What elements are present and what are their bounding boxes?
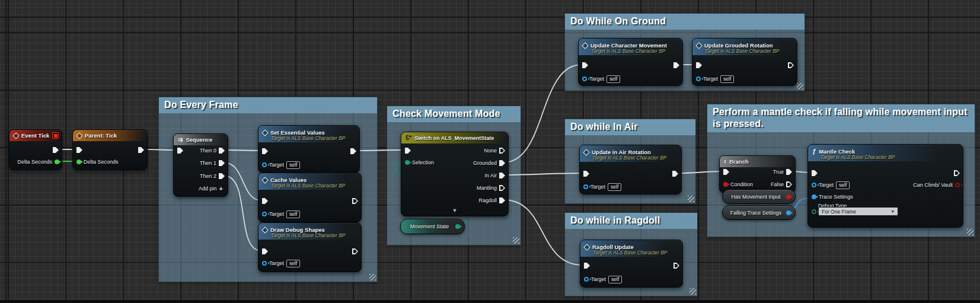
exec-in-pin[interactable] [405, 148, 411, 154]
node-update-character-movement[interactable]: Update Character Movement Target is ALS … [578, 38, 683, 86]
target-row[interactable]: Target self [262, 260, 300, 267]
target-pin[interactable] [583, 184, 588, 189]
target-row[interactable]: Target self [812, 181, 850, 189]
condition-row[interactable]: Condition [723, 181, 753, 188]
node-mantle-check[interactable]: ƒ Mantle Check Target is ALS Base Charac… [807, 144, 963, 228]
exec-out-pin-row[interactable] [53, 146, 59, 154]
case-ragdoll-pin[interactable] [499, 197, 505, 203]
self-box[interactable]: self [286, 260, 300, 267]
exec-in-pin[interactable] [76, 147, 82, 153]
target-pin[interactable] [262, 212, 267, 216]
false-pin[interactable] [786, 181, 792, 187]
collapse-arrow-icon[interactable]: ▼ [401, 208, 508, 213]
node-sequence[interactable]: ⇉ Sequence Then 0 Then 1 Then 2 Add pin … [173, 133, 228, 197]
exec-out-pin[interactable] [672, 171, 678, 177]
target-pin[interactable] [696, 76, 701, 81]
node-set-essential-values[interactable]: Set Essential Values Target is ALS Base … [258, 125, 360, 173]
exec-out-pin[interactable] [673, 263, 679, 269]
target-pin[interactable] [584, 277, 589, 282]
exec-in-pin-row[interactable] [76, 146, 82, 154]
exec-in-pin[interactable] [177, 148, 183, 154]
add-pin-icon[interactable]: + [219, 185, 223, 192]
self-box[interactable]: self [608, 276, 622, 283]
self-box[interactable]: self [608, 183, 621, 191]
node-switch-movement-state[interactable]: Ɛ* Switch on ALS_MovementState Selection… [401, 132, 509, 216]
exec-in-pin[interactable] [812, 170, 818, 176]
target-row[interactable]: Target self [696, 75, 734, 82]
delta-seconds-pin[interactable] [55, 160, 59, 164]
exec-in-pin-row[interactable] [405, 147, 411, 154]
target-row[interactable]: Target self [262, 161, 300, 168]
target-row[interactable]: Target self [583, 183, 621, 190]
target-pin[interactable] [812, 183, 816, 187]
selection-pin[interactable] [405, 160, 410, 165]
self-box[interactable]: self [286, 161, 300, 169]
exec-in-pin-row[interactable] [262, 197, 268, 205]
exec-in-pin[interactable] [696, 62, 702, 68]
then1-row[interactable]: Then 1 [200, 160, 225, 167]
exec-out-pin-row[interactable] [673, 62, 679, 69]
node-movement-state-variable[interactable]: Movement State [400, 219, 465, 234]
can-climb-vault-pin[interactable] [955, 183, 960, 187]
has-movement-input-pin[interactable] [786, 194, 791, 199]
falling-trace-settings-pin[interactable] [786, 210, 791, 215]
case-inair-row[interactable]: In Air [484, 172, 505, 179]
delta-seconds-out-row[interactable]: Delta Seconds [17, 158, 59, 165]
node-parent-tick[interactable]: Parent: Tick Delta Seconds [72, 129, 148, 170]
exec-in-pin[interactable] [584, 263, 590, 269]
exec-in-pin[interactable] [262, 248, 268, 254]
exec-out-pin-row[interactable] [788, 62, 794, 69]
node-branch[interactable]: ‹ Branch True Condition False [719, 155, 796, 193]
exec-out-pin[interactable] [138, 147, 144, 153]
then0-row[interactable]: Then 0 [200, 147, 225, 154]
exec-in-pin-row[interactable] [262, 248, 268, 255]
exec-out-pin-row[interactable] [672, 170, 678, 177]
exec-in-pin-row[interactable] [584, 262, 590, 269]
target-row[interactable]: Target self [584, 276, 622, 283]
selection-row[interactable]: Selection [405, 159, 434, 166]
true-pin[interactable] [786, 169, 792, 175]
exec-out-pin-row[interactable] [352, 197, 358, 205]
false-row[interactable]: False [771, 181, 792, 188]
then0-pin[interactable] [219, 148, 225, 154]
exec-out-pin[interactable] [954, 170, 960, 176]
exec-out-pin-row[interactable] [350, 148, 356, 155]
debug-type-pin[interactable] [812, 209, 816, 214]
case-none-row[interactable]: None [484, 147, 505, 154]
exec-in-pin-row[interactable] [723, 168, 729, 176]
exec-in-pin[interactable] [582, 62, 588, 68]
blueprint-canvas[interactable]: { "colors": { "canvas_bg": "#2c2c2c", "c… [0, 0, 980, 303]
true-row[interactable]: True [773, 168, 792, 176]
node-falling-trace-settings-variable[interactable]: Falling Trace Settings [722, 205, 796, 220]
self-box[interactable]: self [286, 210, 300, 218]
self-box[interactable]: self [720, 75, 734, 83]
can-climb-vault-row[interactable]: Can Climb/ Vault [913, 181, 960, 189]
case-mantling-row[interactable]: Mantling [477, 184, 505, 192]
delta-seconds-pin[interactable] [76, 160, 81, 164]
then1-pin[interactable] [219, 160, 225, 166]
delta-seconds-in-row[interactable]: Delta Seconds [76, 158, 119, 165]
trace-settings-pin[interactable] [812, 194, 816, 199]
debug-type-dropdown[interactable]: For One Frame ▼ [818, 207, 898, 216]
self-box[interactable]: self [836, 181, 850, 189]
exec-out-pin-row[interactable] [352, 248, 358, 255]
exec-in-pin[interactable] [583, 171, 589, 177]
case-grounded-pin[interactable] [499, 160, 505, 166]
node-update-grouded-rotation[interactable]: Update Grouded Rotation Target is ALS Ba… [692, 38, 797, 86]
exec-out-pin[interactable] [352, 198, 358, 204]
target-pin[interactable] [582, 76, 587, 81]
target-pin[interactable] [262, 162, 267, 167]
node-has-movement-input-variable[interactable]: Has Movement Input [722, 189, 796, 204]
condition-pin[interactable] [723, 182, 728, 187]
exec-out-pin[interactable] [53, 147, 59, 153]
exec-out-pin-row[interactable] [138, 146, 144, 154]
then2-row[interactable]: Then 2 [200, 173, 225, 180]
exec-out-pin[interactable] [352, 248, 358, 254]
exec-in-pin[interactable] [262, 198, 268, 204]
case-none-pin[interactable] [499, 148, 505, 154]
debug-type-pin-row[interactable] [812, 208, 816, 215]
exec-out-pin[interactable] [788, 62, 794, 68]
node-update-in-air-rotation[interactable]: Update in Air Rotation Target is ALS Bas… [579, 145, 682, 194]
exec-in-pin[interactable] [723, 169, 729, 175]
exec-in-pin-row[interactable] [177, 147, 183, 154]
